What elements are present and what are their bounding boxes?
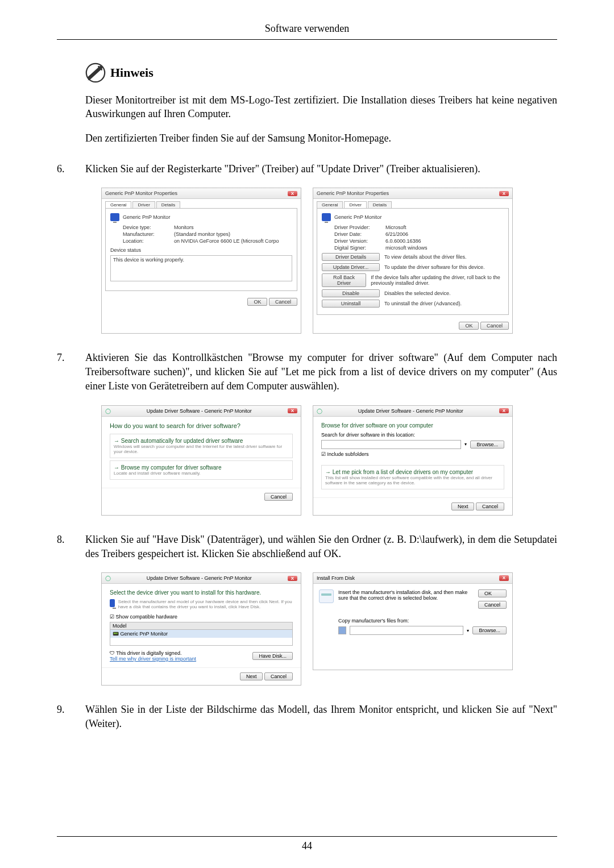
copy-label: Copy manufacturer's files from: (338, 618, 507, 624)
date-v: 6/21/2006 (385, 231, 408, 237)
cancel-button[interactable]: Cancel (480, 322, 509, 330)
close-icon[interactable]: X (499, 408, 509, 413)
close-icon[interactable]: X (499, 191, 509, 196)
mfr-v: (Standard monitor types) (174, 231, 230, 237)
status-box: This device is working properly. (110, 255, 292, 281)
select-heading: Select the device driver you want to ins… (110, 589, 293, 596)
step-text-9: Wählen Sie in der Liste der Bildschirme … (85, 703, 557, 731)
status-k: Device status (110, 247, 292, 253)
browse-dialog: ◯ Update Driver Software - Generic PnP M… (313, 405, 513, 516)
tab-details[interactable]: Details (368, 201, 392, 208)
include-subfolders[interactable]: ☑ Include subfolders (321, 451, 504, 457)
pick-list-title: Let me pick from a list of device driver… (333, 469, 473, 475)
opt-auto-title: → Search automatically for updated drive… (114, 438, 289, 444)
prov-k: Driver Provider: (334, 225, 385, 230)
have-disk-button[interactable]: Have Disk... (252, 652, 293, 660)
monitor-name: Generic PnP Monitor (334, 214, 381, 220)
update-search-dialog: ◯ Update Driver Software - Generic PnP M… (101, 405, 301, 516)
cancel-button[interactable]: Cancel (269, 298, 297, 306)
ok-button[interactable]: OK (247, 298, 267, 306)
step-9: 9. Wählen Sie in der Liste der Bildschir… (57, 703, 557, 731)
cancel-button[interactable]: Cancel (476, 502, 504, 510)
show-compat[interactable]: ☑ Show compatible hardware (110, 614, 293, 620)
step-num-8: 8. (57, 533, 85, 561)
col-model: Model (110, 622, 292, 630)
ok-button[interactable]: OK (478, 589, 507, 597)
close-icon[interactable]: X (499, 575, 509, 581)
prov-v: Microsoft (385, 225, 406, 230)
props-driver-dialog: Generic PnP Monitor Properties X General… (313, 188, 513, 334)
signed-label: 🛡 This driver is digitally signed. (110, 650, 196, 656)
dev-type-v: Monitors (174, 225, 194, 230)
opt-pick-list[interactable]: → Let me pick from a list of device driv… (321, 465, 504, 489)
screenshots-row-1: Generic PnP Monitor Properties X General… (57, 188, 557, 334)
step-num-9: 9. (57, 703, 85, 731)
opt-auto-sub: Windows will search your computer and th… (114, 444, 289, 454)
ver-v: 6.0.6000.16386 (385, 238, 421, 244)
browse-button[interactable]: Browse... (472, 626, 507, 634)
cancel-button[interactable]: Cancel (264, 672, 293, 680)
path-dropdown[interactable] (321, 440, 461, 449)
search-label: Search for driver software in this locat… (321, 432, 504, 438)
dialog-title: Install From Disk (317, 575, 355, 581)
date-k: Driver Date: (334, 231, 385, 237)
step-text-6: Klicken Sie auf der Registerkarte "Drive… (85, 162, 557, 176)
tab-details[interactable]: Details (156, 201, 180, 208)
next-button[interactable]: Next (451, 502, 475, 510)
model-row[interactable]: 📟 Generic PnP Monitor (110, 630, 292, 638)
step-6: 6. Klicken Sie auf der Registerkarte "Dr… (57, 162, 557, 176)
opt-auto[interactable]: → Search automatically for updated drive… (110, 434, 293, 458)
path-icon (338, 626, 346, 634)
tab-general[interactable]: General (105, 201, 131, 208)
browse-heading: Browse for driver software on your compu… (321, 422, 504, 429)
note-icon (85, 63, 106, 83)
close-icon[interactable]: X (288, 408, 297, 413)
wizard-question: How do you want to search for driver sof… (110, 422, 293, 429)
cancel-button[interactable]: Cancel (478, 601, 507, 609)
back-icon[interactable]: ◯ (105, 408, 111, 414)
monitor-icon (110, 599, 115, 607)
disk-icon (319, 589, 334, 603)
install-msg: Insert the manufacturer's installation d… (338, 589, 474, 609)
dev-type-k: Device type: (123, 225, 174, 230)
opt-browse-title: → Browse my computer for driver software (114, 464, 289, 471)
note-title: Hinweis (110, 65, 154, 80)
step-text-7: Aktivieren Sie das Kontrollkästchen "Bro… (85, 351, 557, 394)
browse-button[interactable]: Browse... (470, 441, 504, 448)
path-dropdown[interactable] (350, 626, 463, 635)
update-driver-button[interactable]: Update Driver... (322, 263, 380, 271)
tab-general[interactable]: General (317, 201, 343, 208)
driver-details-button[interactable]: Driver Details (322, 253, 380, 261)
ver-k: Driver Version: (334, 238, 385, 244)
update-driver-text: To update the driver software for this d… (384, 264, 485, 270)
ok-button[interactable]: OK (459, 322, 479, 330)
close-icon[interactable]: X (288, 191, 297, 196)
disable-button[interactable]: Disable (322, 289, 380, 297)
mfr-k: Manufacturer: (123, 231, 174, 237)
uninstall-button[interactable]: Uninstall (322, 300, 380, 308)
back-icon[interactable]: ◯ (317, 408, 322, 414)
pick-list-sub: This list will show installed driver sof… (325, 475, 500, 485)
screenshots-row-2: ◯ Update Driver Software - Generic PnP M… (57, 405, 557, 516)
opt-browse-sub: Locate and install driver software manua… (114, 471, 289, 476)
signing-link[interactable]: Tell me why driver signing is important (110, 656, 196, 662)
note-p1: Dieser Monitortreiber ist mit dem MS-Log… (85, 93, 557, 121)
note-block: Hinweis Dieser Monitortreiber ist mit de… (85, 63, 557, 145)
tab-driver[interactable]: Driver (344, 201, 366, 208)
back-icon[interactable]: ◯ (105, 575, 111, 581)
sig-v: microsoft windows (385, 245, 428, 251)
note-p2: Den zertifizierten Treiber finden Sie au… (85, 131, 557, 145)
props-general-dialog: Generic PnP Monitor Properties X General… (101, 188, 301, 334)
select-sub: Select the manufacturer and model of you… (118, 599, 293, 609)
wizard-title: Update Driver Software - Generic PnP Mon… (147, 575, 252, 581)
dialog-title: Generic PnP Monitor Properties (105, 190, 177, 196)
loc-v: on NVIDIA GeForce 6600 LE (Microsoft Cor… (174, 238, 279, 244)
monitor-icon (322, 213, 331, 221)
rollback-button[interactable]: Roll Back Driver (322, 273, 366, 287)
opt-browse[interactable]: → Browse my computer for driver software… (110, 460, 293, 480)
tab-driver[interactable]: Driver (132, 201, 155, 208)
step-num-7: 7. (57, 351, 85, 394)
next-button[interactable]: Next (240, 672, 263, 680)
cancel-button[interactable]: Cancel (264, 493, 293, 501)
close-icon[interactable]: X (288, 576, 297, 581)
